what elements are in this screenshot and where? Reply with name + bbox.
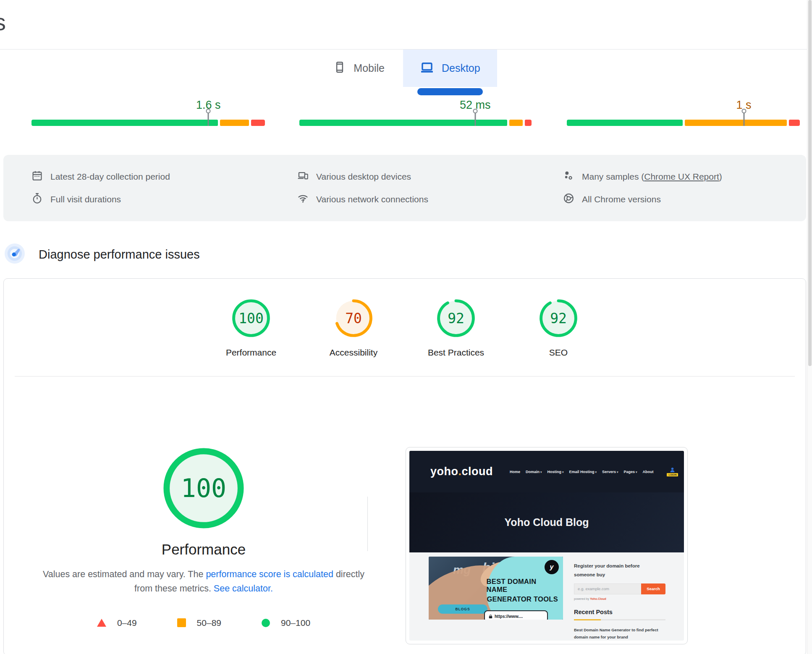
distribution-bar xyxy=(31,120,267,126)
score-label: Best Practices xyxy=(424,348,488,358)
site-content: mg biz fr BEST DOMAIN NAME GENERATOR TOO… xyxy=(409,552,684,641)
p75-marker-pin xyxy=(741,109,746,126)
site-logo: yoho.cloud xyxy=(430,465,493,478)
person-icon xyxy=(670,467,675,473)
site-screenshot-card: yoho.cloud HomeDomain ▾Hosting ▾Email Ho… xyxy=(406,447,688,644)
score-label: SEO xyxy=(526,348,590,358)
metric-bar: 1.6 s xyxy=(31,99,267,128)
info-column: Various desktop devicesVarious network c… xyxy=(297,170,531,206)
recent-post-link: Best Domain Name Generator to find perfe… xyxy=(574,626,664,641)
legend-square-icon xyxy=(177,618,186,627)
tab-mobile[interactable]: Mobile xyxy=(315,50,403,87)
smartphone-icon xyxy=(333,61,346,76)
chrome-icon xyxy=(563,193,574,206)
top-strip: s xyxy=(0,0,812,49)
score-label: Accessibility xyxy=(322,348,385,358)
info-item: Many samples (Chrome UX Report) xyxy=(563,170,797,183)
site-screenshot: yoho.cloud HomeDomain ▾Hosting ▾Email Ho… xyxy=(409,451,684,641)
diagnose-section-header: Diagnose performance issues xyxy=(4,243,812,266)
performance-section-title: Performance xyxy=(40,541,367,558)
legend-circle-icon xyxy=(262,619,270,627)
site-nav-item: Servers ▾ xyxy=(602,470,618,474)
p75-marker-pin xyxy=(206,109,211,126)
info-item-label: All Chrome versions xyxy=(582,194,661,204)
performance-summary-column: 100 Performance Values are estimated and… xyxy=(40,447,367,644)
info-item: Latest 28-day collection period xyxy=(31,170,265,183)
metric-bar: 52 ms xyxy=(299,99,535,128)
site-hero: Yoho Cloud Blog xyxy=(409,492,684,552)
score-label: Performance xyxy=(219,348,283,358)
chrome-ux-report-link[interactable]: Chrome UX Report xyxy=(644,172,719,181)
info-item: Various network connections xyxy=(297,193,531,206)
lighthouse-report-card: 100Performance70Accessibility92Best Prac… xyxy=(3,278,806,654)
tab-desktop[interactable]: Desktop xyxy=(403,50,497,87)
score-gauge: 92 xyxy=(437,299,475,337)
distribution-bar xyxy=(567,120,803,126)
active-tab-indicator xyxy=(417,88,483,95)
info-item: All Chrome versions xyxy=(563,193,797,206)
score-gauge: 100 xyxy=(232,299,270,337)
domain-search-button: Search xyxy=(641,583,665,594)
performance-description: Values are estimated and may vary. The p… xyxy=(42,567,365,596)
page-scrollbar[interactable] xyxy=(807,0,812,654)
description-text: Values are estimated and may vary. The xyxy=(43,569,206,579)
timer-icon xyxy=(31,193,43,206)
domain-search-form: Search xyxy=(574,583,665,594)
calendar-icon xyxy=(31,170,43,183)
powered-by-text: powered by Yoho.Cloud xyxy=(574,597,665,600)
category-score-accessibility[interactable]: 70Accessibility xyxy=(322,299,385,358)
site-nav-item: Home xyxy=(510,470,520,474)
featured-post-image: mg biz fr BEST DOMAIN NAME GENERATOR TOO… xyxy=(429,557,563,620)
category-score-performance[interactable]: 100Performance xyxy=(219,299,283,358)
blogs-tag: BLOGS xyxy=(438,604,487,614)
score-gauge: 92 xyxy=(539,299,578,337)
address-bar-graphic: https://www.... xyxy=(484,610,548,620)
legend-item: 0–49 xyxy=(97,618,137,628)
legend-range-label: 0–49 xyxy=(117,618,137,628)
info-item-label: Full visit durations xyxy=(50,194,121,204)
legend-item: 50–89 xyxy=(177,618,221,628)
info-item-label: Various desktop devices xyxy=(316,172,411,182)
site-hero-title: Yoho Cloud Blog xyxy=(505,516,589,528)
recent-posts-underline xyxy=(574,619,665,620)
category-score-seo[interactable]: 92SEO xyxy=(526,299,590,358)
domain-search-heading: Register your domain before someone buy xyxy=(574,562,650,579)
lock-icon xyxy=(489,614,492,619)
domain-search-input xyxy=(574,583,641,594)
legend-range-label: 90–100 xyxy=(281,618,310,628)
distribution-bar xyxy=(299,120,535,126)
network-icon xyxy=(297,193,309,206)
category-score-best-practices[interactable]: 92Best Practices xyxy=(424,299,488,358)
info-item-label: Various network connections xyxy=(316,194,428,204)
tab-mobile-label: Mobile xyxy=(354,62,385,74)
scrollbar-thumb[interactable] xyxy=(808,0,812,366)
strategy-tabbar: Mobile Desktop xyxy=(0,49,812,87)
site-nav: HomeDomain ▾Hosting ▾Email Hosting ▾Serv… xyxy=(510,470,653,474)
field-metric-bars: 1.6 s 52 ms 1 s xyxy=(0,99,812,128)
performance-doc-link[interactable]: performance score is calculated xyxy=(206,569,333,579)
site-nav-item: Hosting ▾ xyxy=(547,470,564,474)
performance-detail-row: 100 Performance Values are estimated and… xyxy=(4,377,806,644)
pagespeed-insights-page: s Mobile Desktop 1.6 s 52 ms 1 s Latest … xyxy=(0,0,812,654)
performance-doc-link[interactable]: See calculator. xyxy=(214,583,273,594)
score-legend: 0–4950–8990–100 xyxy=(40,618,367,628)
site-nav-item: Pages ▾ xyxy=(623,470,637,474)
site-nav-item: About xyxy=(642,470,653,474)
metric-bar: 1 s xyxy=(567,99,803,128)
info-item-label: Latest 28-day collection period xyxy=(50,172,170,182)
site-sidebar: Register your domain before someone buy … xyxy=(563,557,665,641)
clipped-heading-fragment: s xyxy=(0,8,6,36)
performance-score-gauge[interactable]: 100 xyxy=(162,447,245,529)
login-badge: LOGIN xyxy=(667,467,678,476)
legend-triangle-icon xyxy=(97,619,106,627)
collection-info-panel: Latest 28-day collection periodFull visi… xyxy=(3,155,806,221)
site-nav-item: Email Hosting ▾ xyxy=(569,470,596,474)
diagnose-title: Diagnose performance issues xyxy=(39,248,200,262)
info-column: Latest 28-day collection periodFull visi… xyxy=(31,170,265,206)
tab-desktop-label: Desktop xyxy=(442,62,480,74)
legend-item: 90–100 xyxy=(262,618,310,628)
devices-icon xyxy=(297,170,309,183)
info-item-label: Many samples (Chrome UX Report) xyxy=(582,172,722,182)
samples-icon xyxy=(563,170,574,183)
recent-posts-heading: Recent Posts xyxy=(574,609,665,615)
